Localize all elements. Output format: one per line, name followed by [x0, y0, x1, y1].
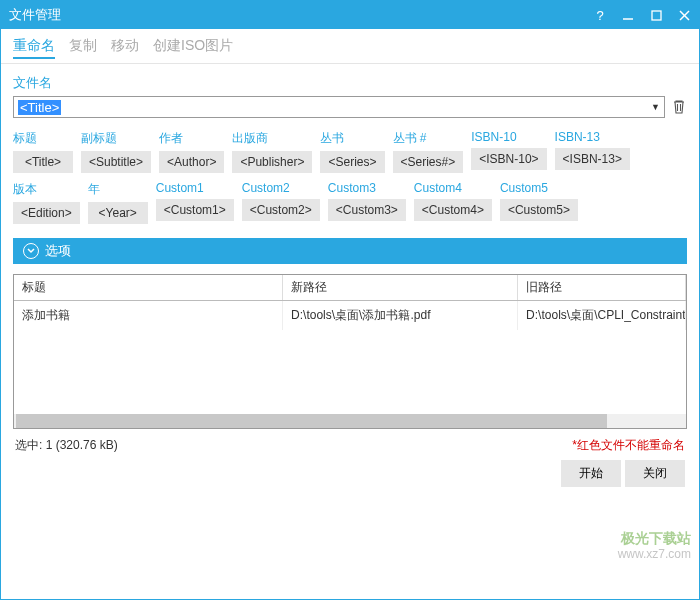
tag-button[interactable]: <Custom5>: [500, 199, 578, 221]
tab-move[interactable]: 移动: [111, 35, 139, 59]
chevron-down-icon: [23, 243, 39, 259]
help-icon[interactable]: ?: [593, 8, 607, 22]
tag-button[interactable]: <ISBN-13>: [555, 148, 630, 170]
tag-col: 版本<Edition>: [13, 181, 80, 224]
tag-button[interactable]: <Series>: [320, 151, 384, 173]
tag-button[interactable]: <Publisher>: [232, 151, 312, 173]
cell-title: 添加书籍: [14, 301, 283, 331]
start-button[interactable]: 开始: [561, 460, 621, 487]
table-wrap: 标题 新路径 旧路径 添加书籍D:\tools\桌面\添加书籍.pdfD:\to…: [13, 274, 687, 429]
watermark: 极光下载站 www.xz7.com: [618, 529, 691, 563]
table-header-row: 标题 新路径 旧路径: [14, 275, 686, 301]
tag-label: ISBN-13: [555, 130, 630, 144]
tag-col: ISBN-13<ISBN-13>: [555, 130, 630, 173]
tag-label: Custom2: [242, 181, 320, 195]
status-row: 选中: 1 (320.76 kB) *红色文件不能重命名: [1, 433, 699, 456]
tag-col: Custom2<Custom2>: [242, 181, 320, 224]
tag-label: 标题: [13, 130, 73, 147]
tag-col: ISBN-10<ISBN-10>: [471, 130, 546, 173]
tag-label: 副标题: [81, 130, 151, 147]
window: 文件管理 ? 重命名 复制 移动 创建ISO图片 文件名 <Title> ▼ 标…: [0, 0, 700, 600]
col-oldpath[interactable]: 旧路径: [518, 275, 686, 301]
tag-label: 年: [88, 181, 148, 198]
tabs: 重命名 复制 移动 创建ISO图片: [1, 29, 699, 64]
tag-col: 丛书 #<Series#>: [393, 130, 464, 173]
tag-label: 丛书: [320, 130, 384, 147]
tag-label: Custom4: [414, 181, 492, 195]
tag-button[interactable]: <Subtitle>: [81, 151, 151, 173]
svg-rect-1: [652, 11, 661, 20]
tag-col: Custom4<Custom4>: [414, 181, 492, 224]
tag-button[interactable]: <Custom4>: [414, 199, 492, 221]
tag-button[interactable]: <Series#>: [393, 151, 464, 173]
titlebar-buttons: ?: [593, 8, 691, 22]
watermark-name: 极光下载站: [618, 529, 691, 547]
table-row[interactable]: 添加书籍D:\tools\桌面\添加书籍.pdfD:\tools\桌面\CPLI…: [14, 301, 686, 331]
filename-input[interactable]: <Title> ▼: [13, 96, 665, 118]
horizontal-scrollbar[interactable]: [14, 414, 686, 428]
filename-value: <Title>: [18, 100, 61, 115]
tag-label: Custom5: [500, 181, 578, 195]
tag-col: Custom1<Custom1>: [156, 181, 234, 224]
options-bar[interactable]: 选项: [13, 238, 687, 264]
status-selected: 选中: 1 (320.76 kB): [15, 437, 572, 454]
tag-col: 出版商<Publisher>: [232, 130, 312, 173]
tag-col: 作者<Author>: [159, 130, 224, 173]
tag-label: Custom3: [328, 181, 406, 195]
tag-label: 作者: [159, 130, 224, 147]
watermark-url: www.xz7.com: [618, 547, 691, 563]
tag-label: 版本: [13, 181, 80, 198]
tag-label: Custom1: [156, 181, 234, 195]
tag-button[interactable]: <Title>: [13, 151, 73, 173]
tag-col: 副标题<Subtitle>: [81, 130, 151, 173]
close-icon[interactable]: [677, 8, 691, 22]
tag-button[interactable]: <Author>: [159, 151, 224, 173]
tag-col: Custom5<Custom5>: [500, 181, 578, 224]
close-button[interactable]: 关闭: [625, 460, 685, 487]
titlebar: 文件管理 ?: [1, 1, 699, 29]
scrollbar-thumb[interactable]: [16, 414, 607, 428]
tag-col: 丛书<Series>: [320, 130, 384, 173]
tag-button[interactable]: <Custom1>: [156, 199, 234, 221]
tag-label: 出版商: [232, 130, 312, 147]
tag-col: Custom3<Custom3>: [328, 181, 406, 224]
tag-button[interactable]: <Edition>: [13, 202, 80, 224]
tag-button[interactable]: <Year>: [88, 202, 148, 224]
tag-label: ISBN-10: [471, 130, 546, 144]
tag-button[interactable]: <Custom2>: [242, 199, 320, 221]
filename-label: 文件名: [13, 74, 687, 92]
maximize-icon[interactable]: [649, 8, 663, 22]
tag-col: 标题<Title>: [13, 130, 73, 173]
col-title[interactable]: 标题: [14, 275, 283, 301]
tab-rename[interactable]: 重命名: [13, 35, 55, 59]
dropdown-arrow-icon[interactable]: ▼: [651, 102, 660, 112]
tag-button[interactable]: <Custom3>: [328, 199, 406, 221]
tag-grid: 标题<Title>副标题<Subtitle>作者<Author>出版商<Publ…: [13, 130, 687, 224]
trash-icon[interactable]: [671, 99, 687, 115]
status-error: *红色文件不能重命名: [572, 437, 685, 454]
tab-iso[interactable]: 创建ISO图片: [153, 35, 233, 59]
file-table: 标题 新路径 旧路径 添加书籍D:\tools\桌面\添加书籍.pdfD:\to…: [14, 275, 686, 330]
cell-newpath: D:\tools\桌面\添加书籍.pdf: [283, 301, 518, 331]
options-label: 选项: [45, 242, 71, 260]
filename-row: <Title> ▼: [13, 96, 687, 118]
tag-label: 丛书 #: [393, 130, 464, 147]
action-row: 开始 关闭: [1, 456, 699, 499]
cell-oldpath: D:\tools\桌面\CPLI_Constraint: [518, 301, 686, 331]
minimize-icon[interactable]: [621, 8, 635, 22]
window-title: 文件管理: [9, 6, 593, 24]
tag-button[interactable]: <ISBN-10>: [471, 148, 546, 170]
tag-col: 年<Year>: [88, 181, 148, 224]
col-newpath[interactable]: 新路径: [283, 275, 518, 301]
tab-copy[interactable]: 复制: [69, 35, 97, 59]
content: 文件名 <Title> ▼ 标题<Title>副标题<Subtitle>作者<A…: [1, 64, 699, 238]
